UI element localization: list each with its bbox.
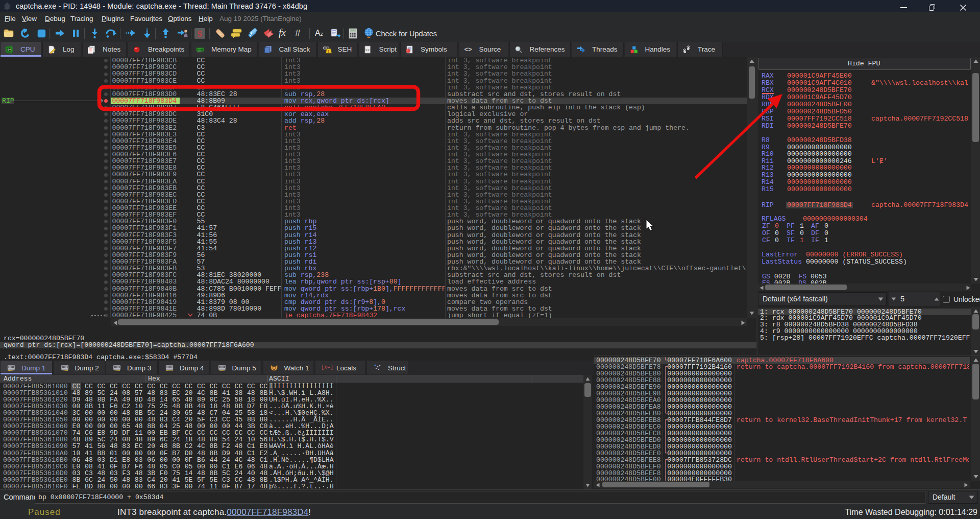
svg-text:!: ! bbox=[328, 49, 329, 54]
svg-text:<>: <> bbox=[365, 48, 369, 52]
svg-text:64: 64 bbox=[8, 48, 11, 51]
svg-text:<>: <> bbox=[464, 45, 472, 53]
